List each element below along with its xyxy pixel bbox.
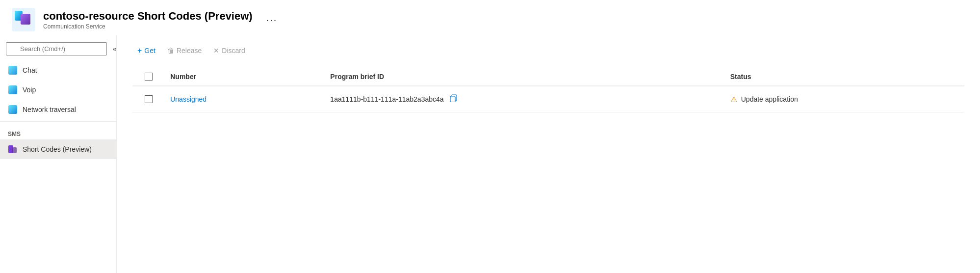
table-row: Unassigned 1aa1111b-b111-111a-11ab2a3abc… — [132, 86, 964, 112]
page-header: contoso-resource Short Codes (Preview) C… — [0, 0, 980, 35]
sidebar-item-voip-label: Voip — [23, 86, 36, 94]
table-header-row: Number Program brief ID Status — [132, 68, 964, 86]
status-value: Update application — [741, 95, 798, 103]
sidebar-item-network-label: Network traversal — [23, 106, 76, 113]
warning-icon: ⚠ — [730, 95, 737, 104]
search-row: 🔍 « — [0, 39, 116, 60]
search-input[interactable] — [6, 42, 107, 55]
network-icon — [8, 105, 18, 114]
sidebar-item-voip[interactable]: Voip — [0, 80, 116, 100]
content-area: + Get 🗑 Release ✕ Discard — [117, 35, 980, 273]
more-options-button[interactable]: ··· — [266, 14, 278, 26]
sidebar-item-short-codes[interactable]: Short Codes (Preview) — [0, 139, 116, 159]
svg-rect-10 — [12, 147, 17, 153]
column-header-status: Status — [724, 68, 964, 86]
trash-icon: 🗑 — [167, 47, 174, 55]
sidebar-item-chat-label: Chat — [23, 66, 37, 74]
row-checkbox-cell — [132, 86, 164, 112]
chat-icon — [8, 65, 18, 75]
page-title: contoso-resource Short Codes (Preview) — [43, 9, 253, 24]
svg-rect-12 — [450, 96, 455, 102]
short-codes-table: Number Program brief ID Status Unassigne… — [132, 68, 964, 112]
number-cell: Unassigned — [164, 86, 324, 112]
toolbar: + Get 🗑 Release ✕ Discard — [132, 43, 964, 58]
discard-button[interactable]: ✕ Discard — [208, 44, 250, 57]
program-id-cell: 1aa1111b-b111-111a-11ab2a3abc4a — [324, 86, 724, 112]
status-cell: ⚠ Update application — [724, 86, 964, 112]
svg-rect-4 — [21, 14, 30, 25]
x-icon: ✕ — [213, 47, 219, 55]
svg-rect-7 — [8, 85, 17, 94]
copy-icon[interactable] — [449, 93, 459, 105]
discard-label: Discard — [222, 47, 245, 55]
sms-section-label: SMS — [0, 124, 116, 139]
sidebar-item-network-traversal[interactable]: Network traversal — [0, 100, 116, 119]
release-button[interactable]: 🗑 Release — [162, 44, 206, 57]
search-wrapper: 🔍 — [6, 42, 107, 55]
column-header-number: Number — [164, 68, 324, 86]
nav-separator — [0, 121, 116, 122]
unassigned-link[interactable]: Unassigned — [170, 95, 206, 103]
program-id-value: 1aa1111b-b111-111a-11ab2a3abc4a — [330, 95, 443, 103]
short-codes-icon — [8, 144, 18, 154]
sidebar-item-short-codes-label: Short Codes (Preview) — [23, 145, 92, 153]
release-label: Release — [177, 47, 202, 55]
voip-icon — [8, 85, 18, 95]
row-checkbox[interactable] — [145, 95, 153, 103]
main-layout: 🔍 « Chat — [0, 35, 980, 273]
get-label: Get — [144, 47, 155, 55]
page-subtitle: Communication Service — [43, 23, 253, 30]
column-header-checkbox — [132, 68, 164, 86]
header-checkbox[interactable] — [145, 73, 153, 81]
service-logo — [12, 8, 35, 31]
header-text-block: contoso-resource Short Codes (Preview) C… — [43, 9, 253, 30]
sidebar: 🔍 « Chat — [0, 35, 117, 273]
sidebar-item-chat[interactable]: Chat — [0, 60, 116, 80]
svg-rect-8 — [8, 105, 17, 114]
svg-rect-6 — [8, 66, 17, 75]
get-button[interactable]: + Get — [132, 43, 160, 58]
plus-icon: + — [137, 46, 142, 55]
column-header-program-brief-id: Program brief ID — [324, 68, 724, 86]
